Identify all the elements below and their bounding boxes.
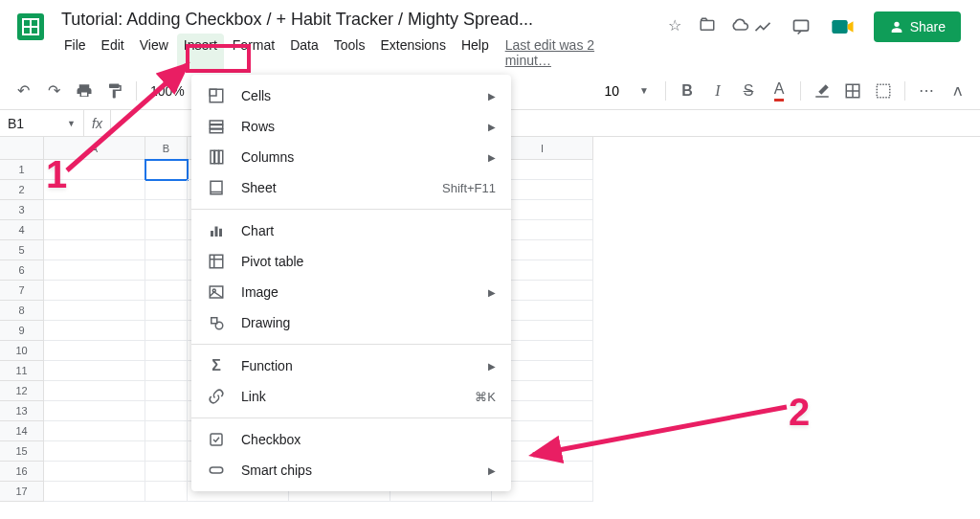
cell[interactable]	[145, 200, 188, 220]
select-all-corner[interactable]	[0, 137, 44, 160]
cell[interactable]	[44, 482, 145, 502]
cell[interactable]	[145, 381, 188, 401]
row-header[interactable]: 13	[0, 401, 43, 421]
menu-item-chart[interactable]: Chart	[191, 215, 511, 246]
bold-icon[interactable]: B	[676, 79, 699, 102]
cell[interactable]	[145, 301, 188, 321]
cell[interactable]	[145, 421, 188, 441]
cell[interactable]	[44, 220, 145, 240]
cell[interactable]	[44, 441, 145, 462]
cell[interactable]	[145, 401, 188, 421]
menu-item-columns[interactable]: Columns▶	[191, 142, 511, 172]
cell[interactable]	[44, 281, 145, 301]
menu-item-function[interactable]: ΣFunction▶	[191, 350, 511, 381]
cell[interactable]	[145, 361, 188, 381]
meet-avatar-icon[interactable]	[828, 11, 858, 42]
cell[interactable]	[145, 281, 188, 301]
last-edit-link[interactable]: Last edit was 2 minut…	[498, 34, 652, 72]
sheets-logo-icon[interactable]	[11, 8, 50, 46]
row-header[interactable]: 15	[0, 441, 43, 462]
menu-edit[interactable]: Edit	[95, 34, 131, 72]
menu-view[interactable]: View	[133, 34, 175, 72]
font-size-dropdown-icon[interactable]: ▼	[633, 79, 656, 102]
menu-item-rows[interactable]: Rows▶	[191, 111, 511, 142]
cell[interactable]	[44, 301, 145, 321]
row-header[interactable]: 11	[0, 361, 43, 381]
cell[interactable]	[44, 321, 145, 341]
menu-format[interactable]: Format	[226, 34, 281, 72]
row-header[interactable]: 10	[0, 341, 43, 361]
row-header[interactable]: 2	[0, 180, 43, 200]
share-button[interactable]: Share	[874, 11, 961, 42]
row-header[interactable]: 8	[0, 301, 43, 321]
zoom-level[interactable]: 100%	[146, 83, 189, 99]
menu-item-smart-chips[interactable]: Smart chips▶	[191, 455, 511, 485]
cell[interactable]	[44, 361, 145, 381]
cell[interactable]	[44, 180, 145, 200]
italic-icon[interactable]: I	[706, 79, 729, 102]
star-icon[interactable]: ☆	[663, 13, 686, 36]
menu-file[interactable]: File	[57, 34, 93, 72]
row-header[interactable]: 3	[0, 200, 43, 220]
cell[interactable]	[44, 341, 145, 361]
cell[interactable]	[145, 180, 188, 200]
strikethrough-icon[interactable]: S	[737, 79, 760, 102]
activity-icon[interactable]	[751, 15, 774, 38]
collapse-toolbar-icon[interactable]: ʌ	[946, 79, 969, 102]
font-size[interactable]: 10	[598, 83, 625, 99]
menu-extensions[interactable]: Extensions	[373, 34, 452, 72]
cell[interactable]	[145, 482, 188, 502]
cell[interactable]	[44, 200, 145, 220]
cell[interactable]	[44, 240, 145, 260]
cell[interactable]	[145, 220, 188, 240]
row-header[interactable]: 17	[0, 482, 43, 502]
menu-item-image[interactable]: Image▶	[191, 277, 511, 307]
cell[interactable]	[44, 160, 145, 180]
row-header[interactable]: 14	[0, 421, 43, 441]
menu-tools[interactable]: Tools	[327, 34, 372, 72]
row-header[interactable]: 1	[0, 160, 43, 180]
column-header[interactable]: B	[145, 137, 188, 159]
row-header[interactable]: 9	[0, 321, 43, 341]
row-header[interactable]: 5	[0, 240, 43, 260]
cell[interactable]	[145, 260, 188, 281]
more-icon[interactable]: ⋯	[915, 79, 938, 102]
cell[interactable]	[145, 240, 188, 260]
fill-color-icon[interactable]	[811, 79, 834, 102]
cell[interactable]	[145, 341, 188, 361]
cell[interactable]	[145, 160, 188, 180]
menu-item-link[interactable]: Link⌘K	[191, 381, 511, 412]
text-color-icon[interactable]: A	[768, 79, 791, 102]
cell[interactable]	[44, 421, 145, 441]
row-header[interactable]: 4	[0, 220, 43, 240]
undo-icon[interactable]: ↶	[11, 79, 34, 102]
menu-item-cells[interactable]: Cells▶	[191, 80, 511, 111]
menu-data[interactable]: Data	[283, 34, 325, 72]
name-box[interactable]: B1▼	[0, 110, 84, 136]
cell[interactable]	[145, 441, 188, 462]
column-header[interactable]: A	[44, 137, 145, 159]
document-title[interactable]: Tutorial: Adding Checkbox / + Habit Trac…	[57, 8, 652, 32]
menu-item-sheet[interactable]: SheetShift+F11	[191, 172, 511, 203]
row-header[interactable]: 7	[0, 281, 43, 301]
cloud-status-icon[interactable]	[728, 13, 751, 36]
menu-insert[interactable]: Insert	[177, 34, 224, 72]
comments-icon[interactable]	[790, 15, 813, 38]
paint-format-icon[interactable]	[103, 79, 126, 102]
cell[interactable]	[145, 462, 188, 482]
menu-item-checkbox[interactable]: Checkbox	[191, 424, 511, 455]
row-header[interactable]: 6	[0, 260, 43, 281]
redo-icon[interactable]: ↷	[42, 79, 65, 102]
cell[interactable]	[44, 462, 145, 482]
cell[interactable]	[44, 260, 145, 281]
cell[interactable]	[44, 381, 145, 401]
move-icon[interactable]	[696, 13, 719, 36]
menu-help[interactable]: Help	[455, 34, 496, 72]
row-header[interactable]: 12	[0, 381, 43, 401]
cell[interactable]	[145, 321, 188, 341]
print-icon[interactable]	[73, 79, 96, 102]
menu-item-drawing[interactable]: Drawing	[191, 307, 511, 338]
merge-icon[interactable]	[872, 79, 895, 102]
menu-item-pivot-table[interactable]: Pivot table	[191, 246, 511, 277]
row-header[interactable]: 16	[0, 462, 43, 482]
